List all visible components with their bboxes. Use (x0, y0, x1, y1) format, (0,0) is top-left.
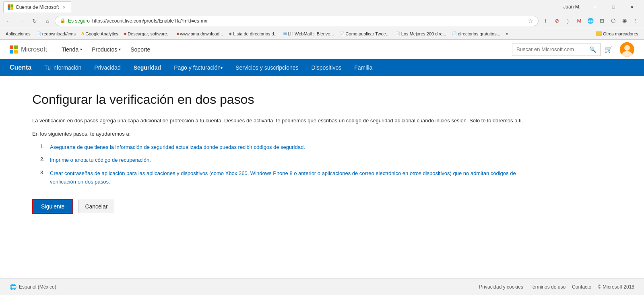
close-btn[interactable]: × (623, 1, 641, 12)
intro-paragraph: La verificación en dos pasos agrega una … (32, 117, 531, 125)
secure-label: Es seguro (68, 18, 90, 24)
bookmark-more-label: » (506, 31, 508, 36)
minimize-btn[interactable]: − (586, 1, 604, 12)
plugin3-btn[interactable]: ⬡ (608, 16, 618, 26)
step-1-num: 1. (40, 143, 47, 152)
bookmarks-bar: Aplicaciones 📄 redownload//cms A Google … (0, 28, 644, 39)
bookmark-label: Descargar, software... (128, 31, 171, 36)
step-2-num: 2. (40, 156, 47, 165)
nav-tienda-label: Tienda (62, 46, 78, 53)
bookmark-label: Google Analytics (85, 31, 118, 36)
rss-btn[interactable]: ) (563, 16, 573, 26)
ms-cart-btn[interactable]: 🛒 (601, 40, 617, 59)
intro-text-content: La verificación en dos pasos agrega una … (32, 118, 523, 124)
back-btn[interactable]: ← (3, 15, 14, 27)
siguiente-button[interactable]: Siguiente (32, 199, 73, 214)
steps-list: 1. Asegurarte de que tienes la informaci… (32, 143, 531, 186)
nav-soporte[interactable]: Soporte (126, 40, 155, 59)
account-nav: Cuenta Tu información Privacidad Segurid… (0, 59, 644, 76)
forward-btn[interactable]: → (16, 15, 27, 27)
browser-user: Juan M. (563, 4, 580, 10)
tab-close-btn[interactable]: × (61, 4, 67, 10)
avatar-image (620, 42, 634, 57)
extensions-btn[interactable]: I (540, 16, 551, 26)
account-nav-privacidad[interactable]: Privacidad (88, 59, 127, 76)
window-controls: − □ × (586, 1, 641, 12)
step-2: 2. Imprime o anota tu código de recupera… (40, 156, 531, 165)
steps-header: En los siguientes pasos, te ayudaremos a… (32, 130, 531, 138)
bookmark-descargar[interactable]: ■ Descargar, software... (122, 31, 173, 37)
page-title: Configurar la verificación en dos pasos (32, 92, 531, 107)
nav-soporte-label: Soporte (130, 46, 150, 53)
plugin1-btn[interactable]: 🌐 (585, 16, 596, 26)
ms-avatar[interactable] (620, 42, 634, 57)
refresh-btn[interactable]: ↻ (29, 15, 40, 27)
svg-point-5 (624, 45, 630, 51)
bookmark-favicon-lista: ◈ (229, 31, 232, 36)
nav-tienda[interactable]: Tienda ▾ (57, 40, 87, 59)
account-nav-familia[interactable]: Familia (348, 59, 379, 76)
plugin4-btn[interactable]: ◉ (619, 16, 630, 26)
ms-top-nav: Microsoft Tienda ▾ Productos ▾ Soporte 🔍… (0, 40, 644, 59)
nav-right-buttons: I ⊘ ) M 🌐 ⊞ ⬡ ◉ ⋮ (540, 16, 641, 26)
tab-favicon (8, 4, 13, 10)
account-nav-tu-info[interactable]: Tu información (38, 59, 88, 76)
account-nav-dispositivos[interactable]: Dispositivos (305, 59, 348, 76)
step-1-text[interactable]: Asegurarte de que tienes la información … (50, 143, 305, 152)
navigation-bar: ← → ↻ ⌂ 🔒 Es seguro https://account.live… (0, 14, 644, 28)
bookmark-200dire[interactable]: 📄 Los Mejores 200 dire... (393, 31, 449, 37)
secure-icon: 🔒 (60, 18, 66, 23)
account-nav-title[interactable]: Cuenta (10, 59, 38, 76)
logo-red (10, 45, 13, 49)
account-nav-pago-chevron: ▾ (221, 66, 223, 70)
bookmark-label: Los Mejores 200 dire... (401, 31, 446, 36)
buttons-row: Siguiente Cancelar (32, 199, 531, 214)
active-tab[interactable]: Cuenta de Microsoft × (3, 1, 71, 12)
plugin2-btn[interactable]: ⊞ (597, 16, 607, 26)
step-2-text[interactable]: Imprime o anota tu código de recuperació… (50, 156, 151, 165)
step-3-num: 3. (40, 169, 47, 186)
bookmark-star-icon[interactable]: ☆ (528, 18, 533, 24)
tab-title: Cuenta de Microsoft (16, 4, 59, 10)
address-bar[interactable]: 🔒 Es seguro https://account.live.com/pro… (55, 16, 539, 26)
main-content: Configurar la verificación en dos pasos … (0, 76, 564, 230)
maximize-btn[interactable]: □ (605, 1, 622, 12)
bookmark-label: Aplicaciones (6, 31, 31, 36)
title-bar: Cuenta de Microsoft × Juan M. − □ × (0, 0, 644, 14)
svg-rect-2 (8, 7, 10, 10)
bookmark-label: directorios gratuitos... (458, 31, 500, 36)
cancelar-button[interactable]: Cancelar (78, 200, 114, 213)
home-btn[interactable]: ⌂ (42, 15, 53, 27)
ms-logo[interactable]: Microsoft (10, 45, 47, 54)
step-3-text[interactable]: Crear contraseñas de aplicación para las… (50, 169, 531, 186)
ms-search-box[interactable]: 🔍 (512, 43, 601, 56)
bookmark-tweet[interactable]: 📄 Como publicar Twee... (337, 31, 392, 37)
gmail-btn[interactable]: M (574, 16, 584, 26)
account-nav-seguridad[interactable]: Seguridad (127, 59, 167, 76)
bookmark-directorios[interactable]: 📄 directorios gratuitos... (450, 31, 503, 37)
bookmark-lista[interactable]: ◈ Lista de directorios d... (226, 31, 280, 37)
bookmark-google-analytics[interactable]: A Google Analytics (79, 31, 121, 37)
bookmark-lh[interactable]: ✉ LH WebMail :: Bienve... (281, 31, 336, 37)
ms-logo-grid (10, 45, 18, 54)
bookmark-pma[interactable]: ■ www.pma.download... (174, 31, 225, 37)
bookmark-otros-marcadores[interactable]: Otros marcadores (594, 31, 641, 37)
bookmark-more[interactable]: » (504, 31, 511, 37)
step-1: 1. Asegurarte de que tienes la informaci… (40, 143, 531, 152)
bookmark-favicon-200: 📄 (395, 31, 400, 36)
nav-productos[interactable]: Productos ▾ (87, 40, 126, 59)
bookmark-favicon-tweet: 📄 (340, 31, 345, 36)
bookmark-label: Otros marcadores (603, 31, 638, 36)
bookmark-label: LH WebMail :: Bienve... (288, 31, 334, 36)
bookmark-favicon-directorios: 📄 (452, 31, 457, 36)
ms-search-input[interactable] (516, 46, 587, 52)
bookmark-favicon-redownload: 📄 (36, 31, 41, 36)
adblock-btn[interactable]: ⊘ (551, 16, 562, 26)
ms-search-icon: 🔍 (589, 46, 596, 53)
bookmark-aplicaciones[interactable]: Aplicaciones (3, 31, 33, 37)
account-nav-servicios[interactable]: Servicios y suscripciones (229, 59, 305, 76)
bookmark-label: www.pma.download... (180, 31, 223, 36)
account-nav-pago[interactable]: Pago y facturación ▾ (167, 59, 229, 76)
menu-btn[interactable]: ⋮ (630, 16, 641, 26)
bookmark-redownload[interactable]: 📄 redownload//cms (34, 31, 78, 37)
